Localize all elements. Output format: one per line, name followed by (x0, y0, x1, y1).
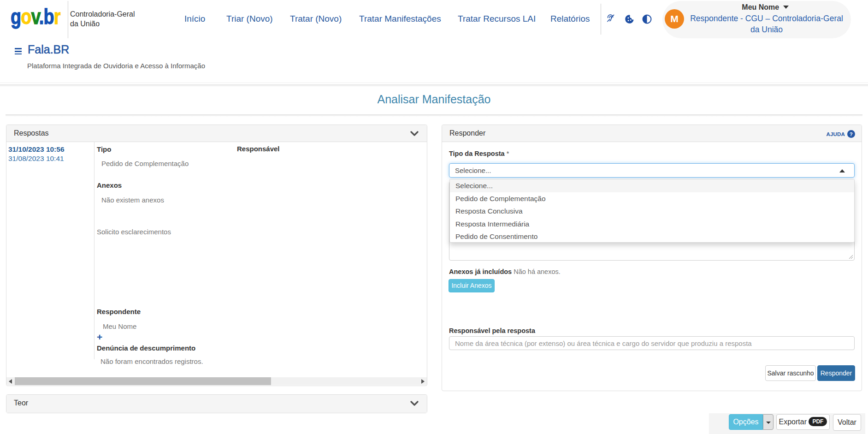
svg-text:?: ? (850, 131, 853, 137)
